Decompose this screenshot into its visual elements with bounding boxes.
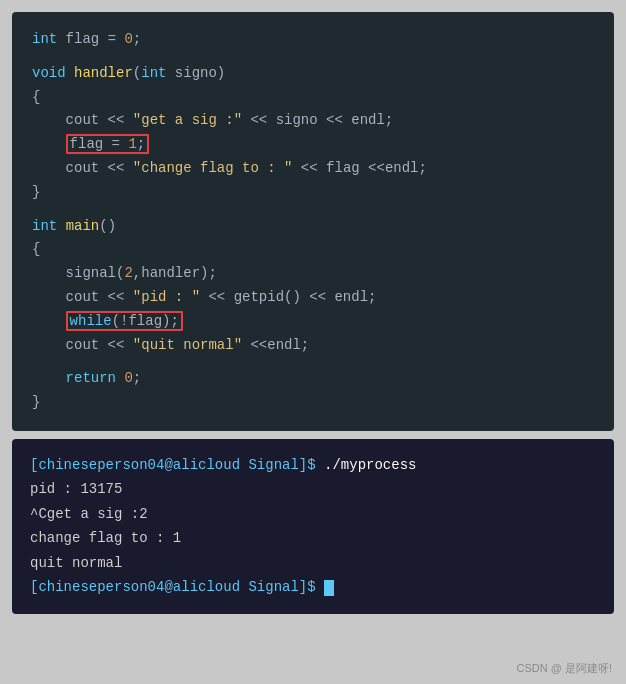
code-line-3: { [32, 86, 594, 110]
terminal-line-6: [chineseperson04@alicloud Signal]$ [30, 575, 596, 600]
code-line-8: int main() [32, 215, 594, 239]
terminal-line-3: ^Cget a sig :2 [30, 502, 596, 527]
watermark: CSDN @ 是阿建呀! [516, 661, 612, 676]
code-line-4: cout << "get a sig :" << signo << endl; [32, 109, 594, 133]
terminal-line-1: [chineseperson04@alicloud Signal]$ ./myp… [30, 453, 596, 478]
terminal-line-2: pid : 13175 [30, 477, 596, 502]
highlight-flag-assignment: flag = 1; [66, 134, 150, 154]
code-line-5: flag = 1; [32, 133, 594, 157]
code-line-11: cout << "pid : " << getpid() << endl; [32, 286, 594, 310]
code-editor: int flag = 0; void handler(int signo) { … [12, 12, 614, 431]
code-line-6: cout << "change flag to : " << flag <<en… [32, 157, 594, 181]
code-line-1: int flag = 0; [32, 28, 594, 52]
code-line-15: } [32, 391, 594, 415]
code-line-12: while(!flag); [32, 310, 594, 334]
code-line-13: cout << "quit normal" <<endl; [32, 334, 594, 358]
terminal-line-4: change flag to : 1 [30, 526, 596, 551]
code-line-7: } [32, 181, 594, 205]
terminal-line-5: quit normal [30, 551, 596, 576]
code-line-2: void handler(int signo) [32, 62, 594, 86]
code-line-14: return 0; [32, 367, 594, 391]
highlight-while: while(!flag); [66, 311, 183, 331]
code-line-9: { [32, 238, 594, 262]
code-line-10: signal(2,handler); [32, 262, 594, 286]
terminal: [chineseperson04@alicloud Signal]$ ./myp… [12, 439, 614, 614]
terminal-cursor [324, 580, 334, 596]
